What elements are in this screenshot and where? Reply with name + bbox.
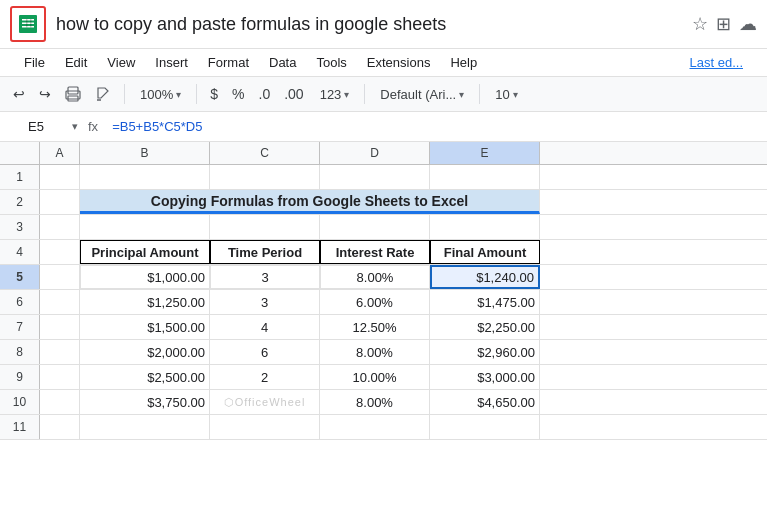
cell-d8[interactable]: 8.00%: [320, 340, 430, 364]
cell-reference-input[interactable]: [6, 117, 66, 136]
formula-input[interactable]: [108, 117, 761, 136]
menu-bar: File Edit View Insert Format Data Tools …: [0, 49, 767, 76]
cell-e11[interactable]: [430, 415, 540, 439]
cell-b8[interactable]: $2,000.00: [80, 340, 210, 364]
cell-d4[interactable]: Interest Rate: [320, 240, 430, 264]
cell-a10[interactable]: [40, 390, 80, 414]
cell-d1[interactable]: [320, 165, 430, 189]
menu-insert[interactable]: Insert: [145, 51, 198, 74]
cell-d6[interactable]: 6.00%: [320, 290, 430, 314]
star-icon[interactable]: ☆: [692, 13, 708, 35]
cell-e6[interactable]: $1,475.00: [430, 290, 540, 314]
cell-e1[interactable]: [430, 165, 540, 189]
table-row: 9 $2,500.00 2 10.00% $3,000.00: [0, 365, 767, 390]
toolbar-sep-1: [124, 84, 125, 104]
cell-e10[interactable]: $4,650.00: [430, 390, 540, 414]
cell-d3[interactable]: [320, 215, 430, 239]
cell-a4[interactable]: [40, 240, 80, 264]
cell-b7[interactable]: $1,500.00: [80, 315, 210, 339]
dollar-button[interactable]: $: [205, 83, 223, 105]
row-num-1: 1: [0, 165, 40, 189]
cell-b9[interactable]: $2,500.00: [80, 365, 210, 389]
cell-a6[interactable]: [40, 290, 80, 314]
menu-file[interactable]: File: [14, 51, 55, 74]
decimal00-button[interactable]: .00: [279, 83, 308, 105]
fontsize-chevron: ▾: [513, 89, 518, 100]
percent-button[interactable]: %: [227, 83, 249, 105]
cell-e3[interactable]: [430, 215, 540, 239]
cell-e9[interactable]: $3,000.00: [430, 365, 540, 389]
print-button[interactable]: [60, 83, 86, 105]
cell-a1[interactable]: [40, 165, 80, 189]
format-select[interactable]: 123 ▾: [313, 84, 357, 105]
cell-c10[interactable]: ⬡OfficeWheel: [210, 390, 320, 414]
cell-c5[interactable]: 3: [210, 265, 320, 289]
grid-icon[interactable]: ⊞: [716, 13, 731, 35]
formula-bar: ▾ fx: [0, 112, 767, 142]
cell-d7[interactable]: 12.50%: [320, 315, 430, 339]
cell-a8[interactable]: [40, 340, 80, 364]
col-header-b[interactable]: B: [80, 142, 210, 164]
cell-c9[interactable]: 2: [210, 365, 320, 389]
cell-d11[interactable]: [320, 415, 430, 439]
svg-rect-2: [22, 23, 34, 25]
cell-a5[interactable]: [40, 265, 80, 289]
cell-b11[interactable]: [80, 415, 210, 439]
zoom-select[interactable]: 100% ▾: [133, 84, 188, 105]
menu-view[interactable]: View: [97, 51, 145, 74]
cell-d5[interactable]: 8.00%: [320, 265, 430, 289]
svg-rect-3: [22, 26, 34, 28]
cell-e4[interactable]: Final Amount: [430, 240, 540, 264]
cell-b2-merged[interactable]: Copying Formulas from Google Sheets to E…: [80, 190, 540, 214]
cell-b1[interactable]: [80, 165, 210, 189]
col-header-e[interactable]: E: [430, 142, 540, 164]
menu-format[interactable]: Format: [198, 51, 259, 74]
cell-a9[interactable]: [40, 365, 80, 389]
cell-b10[interactable]: $3,750.00: [80, 390, 210, 414]
cell-c1[interactable]: [210, 165, 320, 189]
cell-c3[interactable]: [210, 215, 320, 239]
col-header-a[interactable]: A: [40, 142, 80, 164]
cell-a2[interactable]: [40, 190, 80, 214]
cell-c6[interactable]: 3: [210, 290, 320, 314]
col-header-d[interactable]: D: [320, 142, 430, 164]
cell-c7[interactable]: 4: [210, 315, 320, 339]
cell-c11[interactable]: [210, 415, 320, 439]
menu-last-edit[interactable]: Last ed...: [680, 51, 753, 74]
cell-d10[interactable]: 8.00%: [320, 390, 430, 414]
cell-a3[interactable]: [40, 215, 80, 239]
row-num-9: 9: [0, 365, 40, 389]
font-select[interactable]: Default (Ari... ▾: [373, 84, 471, 105]
cell-e5[interactable]: $1,240.00: [430, 265, 540, 289]
menu-edit[interactable]: Edit: [55, 51, 97, 74]
cloud-icon[interactable]: ☁: [739, 13, 757, 35]
cell-b6[interactable]: $1,250.00: [80, 290, 210, 314]
fontsize-select[interactable]: 10 ▾: [488, 84, 524, 105]
decimal0-button[interactable]: .0: [254, 83, 276, 105]
paint-format-button[interactable]: [90, 83, 116, 105]
cell-b4[interactable]: Principal Amount: [80, 240, 210, 264]
table-row: 5 $1,000.00 3 8.00% $1,240.00: [0, 265, 767, 290]
column-headers: A B C D E: [0, 142, 767, 165]
menu-data[interactable]: Data: [259, 51, 306, 74]
table-row: 7 $1,500.00 4 12.50% $2,250.00: [0, 315, 767, 340]
cell-b5[interactable]: $1,000.00: [80, 265, 210, 289]
cell-c4[interactable]: Time Period: [210, 240, 320, 264]
undo-button[interactable]: ↩: [8, 83, 30, 105]
menu-help[interactable]: Help: [440, 51, 487, 74]
col-header-c[interactable]: C: [210, 142, 320, 164]
cell-b3[interactable]: [80, 215, 210, 239]
menu-tools[interactable]: Tools: [306, 51, 356, 74]
fx-icon: fx: [84, 119, 102, 134]
cell-d9[interactable]: 10.00%: [320, 365, 430, 389]
table-row: 1: [0, 165, 767, 190]
cell-a7[interactable]: [40, 315, 80, 339]
table-row: 11: [0, 415, 767, 440]
cell-e7[interactable]: $2,250.00: [430, 315, 540, 339]
cell-e8[interactable]: $2,960.00: [430, 340, 540, 364]
cell-c8[interactable]: 6: [210, 340, 320, 364]
menu-extensions[interactable]: Extensions: [357, 51, 441, 74]
redo-button[interactable]: ↪: [34, 83, 56, 105]
table-row: 10 $3,750.00 ⬡OfficeWheel 8.00% $4,650.0…: [0, 390, 767, 415]
cell-a11[interactable]: [40, 415, 80, 439]
